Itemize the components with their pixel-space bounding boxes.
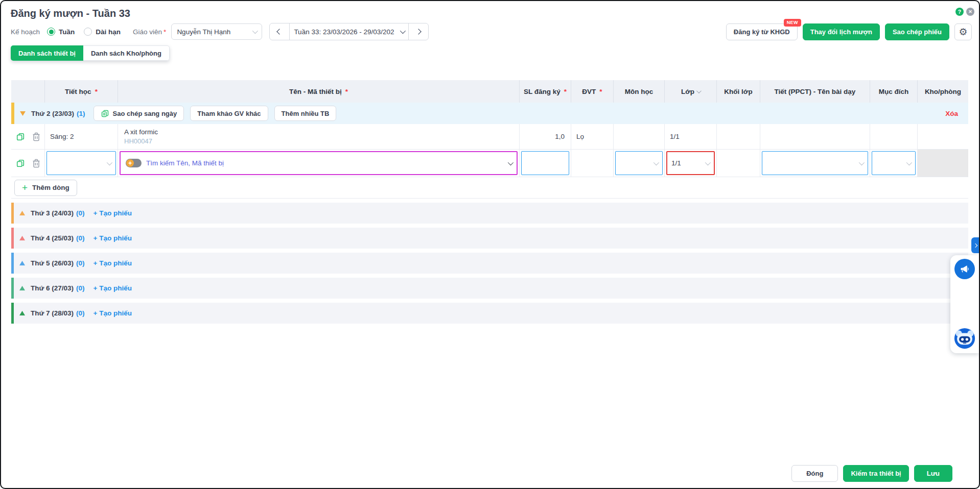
announcements-button[interactable]	[954, 259, 975, 279]
radio-week-label: Tuần	[59, 28, 75, 36]
add-many-devices-button[interactable]: Thêm nhiều TB	[274, 106, 337, 121]
class-select-value: 1/1	[671, 159, 681, 167]
day-title: Thứ 7 (28/03)	[31, 309, 74, 317]
window-controls: ? ✕	[955, 8, 974, 16]
settings-button[interactable]: ⚙	[954, 23, 972, 40]
device-search-placeholder: Tìm kiếm Tên, Mã thiết bị	[146, 159, 224, 167]
add-row-button[interactable]: + Thêm dòng	[14, 180, 77, 196]
new-badge: NEW	[784, 19, 801, 27]
day-group-monday: Thứ 2 (23/03) (1) Sao chép sang ngày Tha…	[11, 103, 968, 124]
table-header-row: Tiết học* Tên - Mã thiết bị* SL đăng ký*…	[11, 80, 968, 103]
close-icon[interactable]: ✕	[966, 8, 974, 16]
day-title: Thứ 4 (25/03)	[31, 234, 74, 242]
day-title: Thứ 6 (27/03)	[31, 284, 74, 292]
device-name: A xit formic	[124, 128, 158, 136]
col-period: Tiết học*	[44, 80, 118, 103]
device-table: Tiết học* Tên - Mã thiết bị* SL đăng ký*…	[11, 80, 968, 199]
create-ticket-link[interactable]: + Tạo phiếu	[94, 209, 132, 217]
expand-caret-icon[interactable]	[19, 261, 25, 265]
teacher-select[interactable]: Nguyễn Thị Hạnh	[171, 23, 262, 40]
quantity-input[interactable]	[521, 151, 569, 175]
cell-unit: Lọ	[571, 124, 613, 149]
tab-device-list[interactable]: Danh sách thiết bị	[11, 45, 83, 61]
tab-bar: Danh sách thiết bị Danh sách Kho/phòng	[11, 45, 170, 61]
chevron-down-icon	[696, 88, 702, 93]
purpose-select[interactable]	[872, 151, 916, 175]
class-select[interactable]: 1/1	[666, 151, 715, 175]
chevron-down-icon	[859, 159, 865, 165]
device-search-select[interactable]: Tìm kiếm Tên, Mã thiết bị	[120, 151, 518, 175]
floating-panel	[950, 255, 979, 353]
copy-to-day-button[interactable]: Sao chép sang ngày	[94, 106, 184, 121]
save-button[interactable]: Lưu	[914, 465, 952, 482]
col-class[interactable]: Lớp	[664, 80, 716, 103]
trash-icon[interactable]	[32, 132, 40, 141]
col-unit: ĐVT*	[571, 80, 613, 103]
day-group-saturday: Thứ 7 (28/03) (0) + Tạo phiếu	[11, 303, 968, 324]
delete-day-button[interactable]: Xóa	[945, 110, 958, 117]
next-week-button[interactable]	[409, 23, 428, 40]
side-panel-expand-button[interactable]	[971, 237, 979, 253]
collapse-caret-icon[interactable]	[20, 111, 26, 116]
row-actions	[11, 150, 44, 177]
subject-select[interactable]	[615, 151, 663, 175]
duplicate-row-icon[interactable]	[16, 159, 25, 168]
expand-caret-icon[interactable]	[19, 311, 25, 315]
prev-week-button[interactable]	[270, 23, 289, 40]
day-title: Thứ 2 (23/03)	[31, 110, 74, 117]
radio-week[interactable]: Tuần	[47, 28, 75, 36]
period-select[interactable]	[46, 151, 116, 175]
cell-device: A xit formic HH00047	[118, 124, 519, 149]
day-count: (0)	[76, 259, 85, 267]
create-ticket-link[interactable]: + Tạo phiếu	[94, 259, 132, 267]
chevron-down-icon	[252, 28, 258, 34]
day-color-bar	[11, 228, 14, 249]
week-select-value: Tuần 33: 23/03/2026 - 29/03/202	[294, 28, 400, 36]
expand-caret-icon[interactable]	[19, 211, 25, 215]
chevron-down-icon	[705, 159, 711, 165]
cell-lesson	[760, 150, 870, 177]
gear-icon: ⚙	[959, 26, 967, 38]
radio-long-term-label: Dài hạn	[96, 28, 121, 36]
col-quantity: SL đăng ký*	[519, 80, 571, 103]
toolbar-actions: Đăng ký từ KHGD NEW Thay đổi lịch mượn S…	[726, 23, 972, 40]
cell-subject	[613, 124, 664, 149]
day-count: (1)	[77, 110, 85, 117]
chevron-down-icon	[400, 28, 406, 34]
table-row: Sáng: 2 A xit formic HH00047 1,0 Lọ 1/1	[11, 124, 968, 150]
table-edit-row: Tìm kiếm Tên, Mã thiết bị 1/1	[11, 150, 968, 177]
search-mode-toggle[interactable]	[126, 159, 142, 167]
col-room: Kho/phòng	[917, 80, 968, 103]
lesson-select[interactable]	[762, 151, 868, 175]
expand-caret-icon[interactable]	[19, 286, 25, 290]
cell-grade	[716, 124, 760, 149]
cell-purpose	[870, 150, 917, 177]
radio-long-term[interactable]: Dài hạn	[84, 28, 121, 36]
chevron-down-icon	[654, 159, 659, 165]
trash-icon[interactable]	[32, 159, 40, 168]
close-button[interactable]: Đóng	[791, 465, 838, 482]
help-icon[interactable]: ?	[955, 8, 964, 16]
week-select[interactable]: Tuần 33: 23/03/2026 - 29/03/202	[289, 23, 409, 40]
duplicate-row-icon[interactable]	[16, 132, 25, 141]
cell-class: 1/1	[664, 124, 716, 149]
change-schedule-button[interactable]: Thay đổi lịch mượn	[803, 23, 880, 40]
toolbar: Kế hoạch Tuần Dài hạn Giáo viên* Nguyễn …	[11, 23, 972, 40]
week-navigator: Tuần 33: 23/03/2026 - 29/03/202	[269, 23, 429, 40]
radio-week-circle[interactable]	[47, 28, 55, 36]
chatbot-button[interactable]	[954, 328, 975, 349]
day-group-friday: Thứ 6 (27/03) (0) + Tạo phiếu	[11, 278, 968, 299]
register-from-khgd-button[interactable]: Đăng ký từ KHGD NEW	[726, 23, 798, 40]
create-ticket-link[interactable]: + Tạo phiếu	[94, 309, 132, 317]
megaphone-icon	[960, 264, 970, 274]
radio-long-term-circle[interactable]	[84, 28, 92, 36]
create-ticket-link[interactable]: + Tạo phiếu	[94, 284, 132, 292]
plan-label: Kế hoạch	[11, 28, 40, 36]
reference-other-teacher-button[interactable]: Tham khảo GV khác	[190, 106, 268, 121]
create-ticket-link[interactable]: + Tạo phiếu	[94, 234, 132, 242]
check-device-button[interactable]: Kiểm tra thiết bị	[843, 465, 908, 482]
day-color-bar	[11, 278, 14, 299]
copy-ticket-button[interactable]: Sao chép phiếu	[885, 23, 949, 40]
tab-room-list[interactable]: Danh sách Kho/phòng	[83, 45, 170, 61]
expand-caret-icon[interactable]	[19, 236, 25, 240]
